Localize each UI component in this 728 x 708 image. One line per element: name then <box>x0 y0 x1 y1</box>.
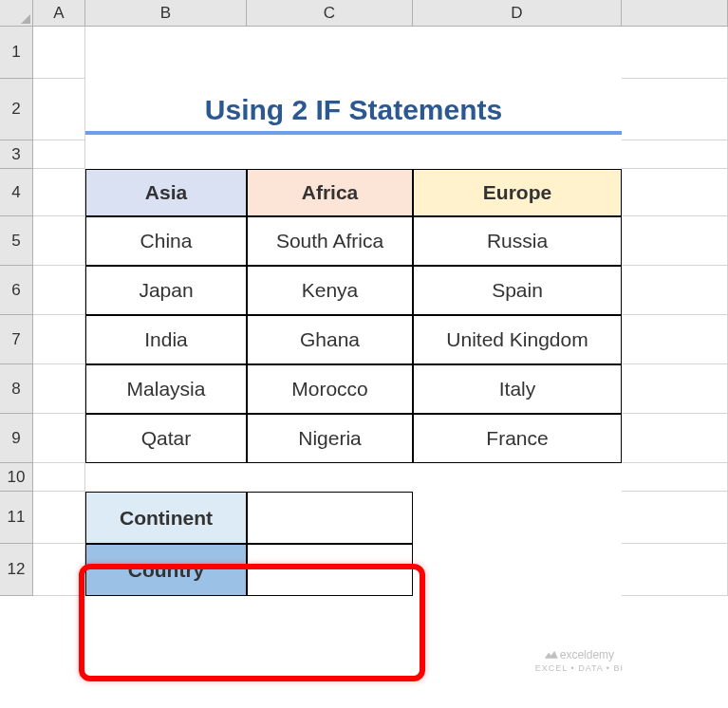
cell-B3[interactable] <box>85 140 247 169</box>
page-title[interactable]: Using 2 IF Statements <box>85 79 622 140</box>
cell-A1[interactable] <box>33 27 85 79</box>
title-underline <box>85 131 622 135</box>
cell-E3[interactable] <box>622 140 728 169</box>
cell-D12[interactable] <box>413 544 622 596</box>
cell-B1[interactable] <box>85 27 247 79</box>
cell-C3[interactable] <box>247 140 413 169</box>
row-header-5[interactable]: 5 <box>0 216 33 266</box>
row-header-10[interactable]: 10 <box>0 463 33 492</box>
table-row[interactable]: United Kingdom <box>413 315 622 364</box>
table-row[interactable]: Qatar <box>85 414 247 463</box>
country-value[interactable] <box>247 544 413 596</box>
cell-B10[interactable] <box>85 463 247 492</box>
cell-E7[interactable] <box>622 315 728 364</box>
watermark-icon <box>545 649 558 659</box>
table-row[interactable]: Morocco <box>247 364 413 414</box>
continent-label[interactable]: Continent <box>85 492 247 544</box>
col-header-D[interactable]: D <box>413 0 622 27</box>
table-row[interactable]: Nigeria <box>247 414 413 463</box>
watermark-tagline: EXCEL • DATA • BI <box>535 663 624 673</box>
table-header-africa[interactable]: Africa <box>247 169 413 216</box>
cell-A7[interactable] <box>33 315 85 364</box>
row-header-3[interactable]: 3 <box>0 140 33 169</box>
table-row[interactable]: South Africa <box>247 216 413 266</box>
watermark: exceldemy EXCEL • DATA • BI <box>535 649 624 674</box>
table-row[interactable]: Malaysia <box>85 364 247 414</box>
cell-E11[interactable] <box>622 492 728 544</box>
cell-C10[interactable] <box>247 463 413 492</box>
cell-D1[interactable] <box>413 27 622 79</box>
row-header-2[interactable]: 2 <box>0 79 33 140</box>
row-header-11[interactable]: 11 <box>0 492 33 544</box>
table-row[interactable]: Russia <box>413 216 622 266</box>
cell-E4[interactable] <box>622 169 728 216</box>
table-header-asia[interactable]: Asia <box>85 169 247 216</box>
cell-E2[interactable] <box>622 79 728 140</box>
cell-A6[interactable] <box>33 266 85 315</box>
country-label[interactable]: Country <box>85 544 247 596</box>
row-header-1[interactable]: 1 <box>0 27 33 79</box>
cell-D10[interactable] <box>413 463 622 492</box>
cell-E10[interactable] <box>622 463 728 492</box>
table-row[interactable]: France <box>413 414 622 463</box>
cell-E8[interactable] <box>622 364 728 414</box>
row-header-4[interactable]: 4 <box>0 169 33 216</box>
cell-A10[interactable] <box>33 463 85 492</box>
cell-C1[interactable] <box>247 27 413 79</box>
table-row[interactable]: Japan <box>85 266 247 315</box>
table-row[interactable]: Italy <box>413 364 622 414</box>
row-header-6[interactable]: 6 <box>0 266 33 315</box>
spreadsheet-grid: A B C D 1 2 Using 2 IF Statements 3 4 As… <box>0 0 728 596</box>
col-header-E[interactable] <box>622 0 728 27</box>
cell-E5[interactable] <box>622 216 728 266</box>
cell-E9[interactable] <box>622 414 728 463</box>
cell-D11[interactable] <box>413 492 622 544</box>
table-row[interactable]: Ghana <box>247 315 413 364</box>
cell-E12[interactable] <box>622 544 728 596</box>
cell-A2[interactable] <box>33 79 85 140</box>
watermark-brand: exceldemy <box>560 648 614 661</box>
row-header-12[interactable]: 12 <box>0 544 33 596</box>
table-header-europe[interactable]: Europe <box>413 169 622 216</box>
cell-A12[interactable] <box>33 544 85 596</box>
cell-A5[interactable] <box>33 216 85 266</box>
cell-E1[interactable] <box>622 27 728 79</box>
row-header-8[interactable]: 8 <box>0 364 33 414</box>
row-header-9[interactable]: 9 <box>0 414 33 463</box>
title-text: Using 2 IF Statements <box>205 94 502 126</box>
cell-A11[interactable] <box>33 492 85 544</box>
cell-A4[interactable] <box>33 169 85 216</box>
cell-A8[interactable] <box>33 364 85 414</box>
row-header-7[interactable]: 7 <box>0 315 33 364</box>
select-all-corner[interactable] <box>0 0 33 27</box>
col-header-A[interactable]: A <box>33 0 85 27</box>
cell-A3[interactable] <box>33 140 85 169</box>
cell-E6[interactable] <box>622 266 728 315</box>
col-header-B[interactable]: B <box>85 0 247 27</box>
col-header-C[interactable]: C <box>247 0 413 27</box>
table-row[interactable]: China <box>85 216 247 266</box>
table-row[interactable]: Spain <box>413 266 622 315</box>
table-row[interactable]: India <box>85 315 247 364</box>
cell-D3[interactable] <box>413 140 622 169</box>
continent-value[interactable] <box>247 492 413 544</box>
table-row[interactable]: Kenya <box>247 266 413 315</box>
cell-A9[interactable] <box>33 414 85 463</box>
